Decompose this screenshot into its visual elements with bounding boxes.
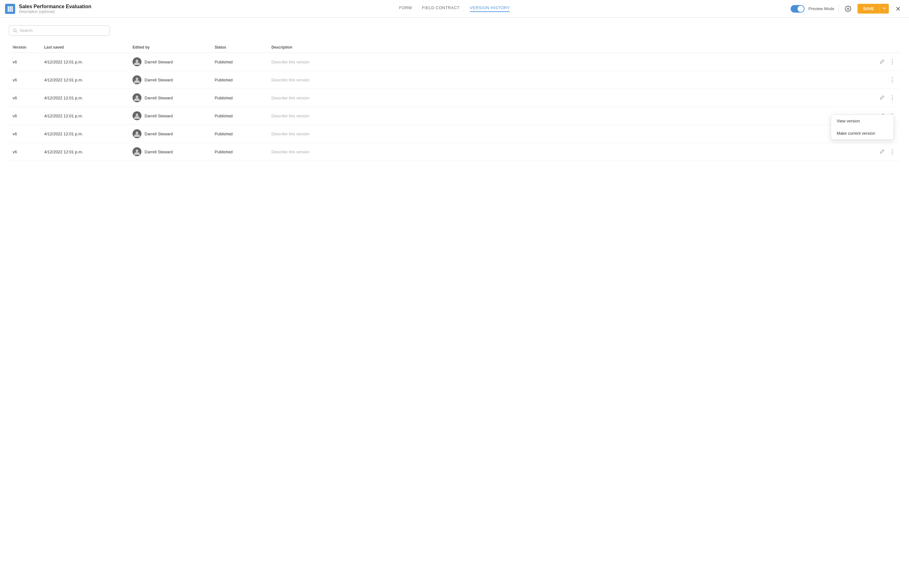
editor-name: Darrell Steward [144, 132, 173, 136]
app-header: Sales Performance Evaluation Description… [0, 0, 909, 18]
cell-status: Published [211, 89, 268, 107]
edit-description-button[interactable] [879, 58, 886, 66]
avatar [133, 147, 141, 156]
svg-rect-5 [11, 8, 13, 10]
col-header-lastsaved: Last saved [40, 42, 129, 53]
cell-description: Describe this version [268, 107, 875, 125]
svg-point-19 [136, 132, 138, 134]
header-left: Sales Performance Evaluation Description… [5, 4, 304, 14]
table-body: v6 4/12/2022 12:01 p.m. Darrell Steward … [9, 53, 900, 161]
col-header-actions [875, 42, 900, 53]
search-container [9, 25, 900, 36]
svg-point-15 [136, 95, 138, 98]
search-input[interactable] [19, 28, 106, 33]
cell-actions: ⋮ [875, 143, 900, 161]
col-header-version: Version [9, 42, 40, 53]
cell-editedby: Darrell Steward [129, 53, 211, 71]
tab-version-history[interactable]: VERSION HISTORY [470, 5, 510, 12]
preview-mode-label: Preview Mode [808, 6, 834, 11]
avatar [133, 94, 141, 102]
settings-button[interactable] [843, 3, 854, 15]
row-actions: ⋮ [879, 76, 896, 84]
app-grid-icon[interactable] [5, 4, 15, 14]
avatar [133, 75, 141, 84]
version-table: Version Last saved Edited by Status Desc… [9, 42, 900, 161]
cell-description: Describe this version [268, 89, 875, 107]
dropdown-item-view-version[interactable]: View version [831, 115, 894, 127]
cell-actions: ⋮ [875, 89, 900, 107]
cell-lastsaved: 4/12/2022 12:01 p.m. [40, 143, 129, 161]
svg-point-13 [136, 78, 138, 80]
cell-status: Published [211, 53, 268, 71]
describe-this-version: Describe this version [272, 150, 310, 154]
main-content: Version Last saved Edited by Status Desc… [0, 18, 909, 168]
cell-lastsaved: 4/12/2022 12:01 p.m. [40, 107, 129, 125]
cell-editedby: Darrell Steward [129, 89, 211, 107]
describe-this-version: Describe this version [272, 113, 310, 118]
tab-form[interactable]: FORM [399, 5, 412, 12]
save-dropdown-button[interactable] [880, 4, 889, 14]
cell-version: v6 [9, 89, 40, 107]
table-row: v6 4/12/2022 12:01 p.m. Darrell Steward … [9, 89, 900, 107]
more-options-button[interactable]: ⋮ [888, 148, 896, 156]
describe-this-version: Describe this version [272, 60, 310, 65]
more-options-button[interactable]: ⋮ [888, 58, 896, 66]
row-actions: ⋮ [879, 148, 896, 156]
header-title-block: Sales Performance Evaluation Description… [19, 4, 91, 14]
table-header: Version Last saved Edited by Status Desc… [9, 42, 900, 53]
page-description: Description (optional) [19, 10, 91, 14]
describe-this-version: Describe this version [272, 95, 310, 100]
version-table-container: Version Last saved Edited by Status Desc… [9, 42, 900, 161]
toggle-knob [797, 6, 804, 12]
table-row: v6 4/12/2022 12:01 p.m. Darrell Steward … [9, 125, 900, 143]
cell-actions: ⋮ [875, 53, 900, 71]
cell-description: Describe this version [268, 125, 875, 143]
cell-lastsaved: 4/12/2022 12:01 p.m. [40, 71, 129, 89]
save-button[interactable]: SAVE [857, 4, 880, 14]
cell-version: v6 [9, 53, 40, 71]
cell-description: Describe this version [268, 143, 875, 161]
svg-rect-3 [8, 8, 9, 10]
cell-editedby: Darrell Steward [129, 107, 211, 125]
avatar [133, 57, 141, 66]
editor-name: Darrell Steward [144, 113, 173, 118]
editor-name: Darrell Steward [144, 95, 173, 100]
svg-rect-8 [11, 10, 13, 12]
svg-rect-1 [10, 6, 11, 8]
svg-point-17 [136, 113, 138, 116]
cell-description: Describe this version [268, 71, 875, 89]
cell-version: v6 [9, 125, 40, 143]
dropdown-item-make-current[interactable]: Make current version [831, 127, 894, 139]
search-input-wrap [9, 25, 110, 36]
search-icon [13, 28, 17, 33]
cell-status: Published [211, 71, 268, 89]
editor-name: Darrell Steward [144, 78, 173, 82]
edit-description-button[interactable] [879, 148, 886, 156]
describe-this-version: Describe this version [272, 132, 310, 136]
avatar [133, 111, 141, 120]
editor-name: Darrell Steward [144, 150, 173, 154]
svg-point-21 [136, 150, 138, 152]
svg-rect-4 [10, 8, 11, 10]
tab-field-contract[interactable]: FIELD CONTRACT [422, 5, 460, 12]
close-button[interactable]: ✕ [893, 3, 904, 15]
cell-editedby: Darrell Steward [129, 125, 211, 143]
cell-status: Published [211, 107, 268, 125]
cell-status: Published [211, 125, 268, 143]
svg-rect-2 [11, 6, 13, 8]
more-options-button[interactable]: ⋮ [888, 94, 896, 102]
header-right: Preview Mode SAVE ✕ [605, 3, 904, 15]
table-row: v6 4/12/2022 12:01 p.m. Darrell Steward … [9, 71, 900, 89]
svg-rect-6 [8, 10, 9, 12]
preview-mode-toggle[interactable] [791, 5, 804, 13]
avatar [133, 129, 141, 138]
context-dropdown-menu: View version Make current version [831, 115, 894, 140]
edit-description-button[interactable] [879, 94, 886, 102]
svg-rect-0 [8, 6, 9, 8]
more-options-button[interactable]: ⋮ [888, 76, 896, 84]
nav-tabs: FORM FIELD CONTRACT VERSION HISTORY [304, 5, 604, 12]
svg-point-11 [136, 60, 138, 62]
cell-description: Describe this version [268, 53, 875, 71]
cell-lastsaved: 4/12/2022 12:01 p.m. [40, 89, 129, 107]
cell-version: v6 [9, 71, 40, 89]
